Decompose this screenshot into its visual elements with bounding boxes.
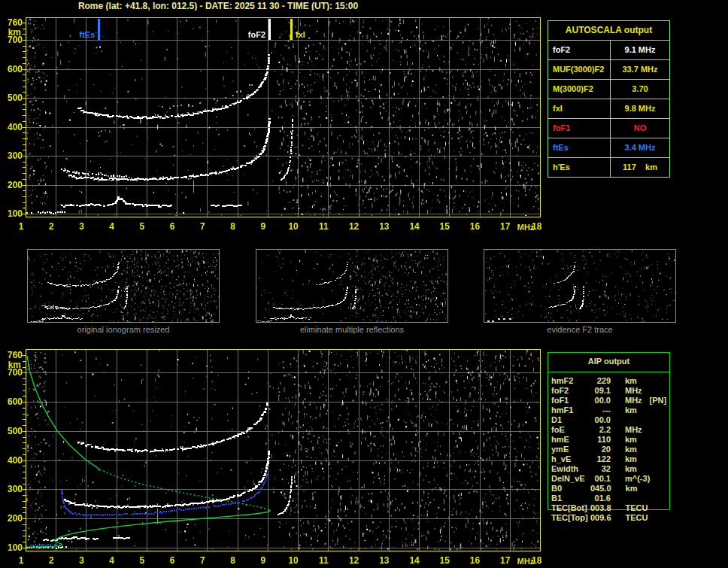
autoscala-table-title: AUTOSCALA output — [548, 20, 670, 41]
table-row: h_vE122km — [548, 454, 670, 464]
parameter-unit: km — [611, 484, 638, 494]
parameter-value: 01.6 — [590, 494, 611, 503]
autoscala-window: Rome (lat: +41.8, lon: 012.5) - DATE: 20… — [0, 0, 728, 568]
parameter-value: 110 — [590, 435, 611, 445]
parameter-value: 9.8 MHz — [610, 99, 670, 119]
table-row: MUF(3000)F233.7 MHz — [548, 59, 670, 80]
parameter-label: foF2 — [548, 386, 590, 396]
parameter-value: --- — [590, 405, 611, 415]
thumbnail-evidence-f2-trace — [484, 249, 676, 323]
table-row: TEC[Bot]003.8TECU — [548, 503, 670, 513]
parameter-label: DelN_vE — [548, 474, 590, 484]
thumbnail-original-ionogram — [27, 249, 220, 323]
parameter-value: 009.6 — [590, 513, 611, 523]
parameter-value: 122 — [590, 454, 611, 464]
parameter-label: foE — [548, 425, 590, 435]
table-row: B101.6 — [548, 494, 670, 503]
parameter-value: 117 km — [610, 157, 670, 178]
parameter-value: 00.0 — [590, 415, 611, 425]
parameter-value: 2.2 — [590, 425, 611, 435]
table-row: DelN_vE00.1m^(-3) — [548, 474, 670, 484]
parameter-label: fxI — [548, 99, 611, 119]
autoscala-table-rows: foF29.1 MHzMUF(3000)F233.7 MHzM(3000)F23… — [548, 40, 670, 178]
parameter-unit: km — [611, 435, 637, 445]
aip-table-divider — [548, 372, 670, 372]
table-row: TEC[Top]009.6TECU — [548, 513, 670, 523]
parameter-label: foF1 — [548, 396, 590, 405]
parameter-value: 33.7 MHz — [610, 59, 670, 80]
parameter-value: 003.8 — [590, 503, 611, 513]
parameter-label: hmF2 — [548, 376, 590, 386]
parameter-unit: TECU — [611, 503, 648, 513]
parameter-label: MUF(3000)F2 — [548, 59, 611, 80]
parameter-note: [PN] — [642, 396, 667, 405]
parameter-unit: TECU — [611, 513, 648, 523]
parameter-value: 3.70 — [610, 79, 670, 99]
autoscala-output-table: AUTOSCALA output foF29.1 MHzMUF(3000)F23… — [548, 20, 670, 178]
parameter-unit: km — [611, 376, 637, 386]
table-row: hmF2229km — [548, 376, 670, 386]
parameter-unit: km — [611, 454, 637, 464]
thumbnail-eliminate-reflections — [256, 249, 448, 323]
parameter-label: M(3000)F2 — [548, 79, 611, 99]
table-row: foF29.1 MHz — [548, 40, 670, 60]
parameter-label: Ewidth — [548, 464, 590, 474]
aip-table-rows: hmF2229kmfoF209.1MHzfoF100.0MHz[PN]hmF1-… — [548, 376, 670, 523]
parameter-unit: km — [611, 405, 637, 415]
table-row: foF1NO — [548, 118, 670, 138]
parameter-label: h'Es — [548, 157, 611, 178]
parameter-label: D1 — [548, 415, 590, 425]
parameter-value: 9.1 MHz — [610, 40, 670, 60]
table-row: hmE110km — [548, 435, 670, 445]
parameter-value: 3.4 MHz — [610, 138, 670, 158]
parameter-label: hmE — [548, 435, 590, 445]
parameter-label: ymE — [548, 445, 590, 454]
table-row: fxI9.8 MHz — [548, 99, 670, 119]
thumbnail-caption: evidence F2 trace — [484, 325, 676, 334]
parameter-label: B1 — [548, 494, 590, 503]
parameter-value: 09.1 — [590, 386, 611, 396]
page-title: Rome (lat: +41.8, lon: 012.5) - DATE: 20… — [26, 1, 410, 11]
parameter-value: 045.0 — [590, 484, 611, 494]
parameter-label: TEC[Bot] — [548, 503, 590, 513]
parameter-label: hmF1 — [548, 405, 590, 415]
aip-table-title: AIP output — [548, 357, 670, 366]
parameter-label: foF2 — [548, 40, 611, 60]
table-row: foE2.2MHz — [548, 425, 670, 435]
thumbnail-caption: eliminate multiple reflections — [256, 325, 448, 334]
parameter-unit: MHz — [611, 396, 642, 405]
parameter-value: 229 — [590, 376, 611, 386]
table-row: ymE20km — [548, 445, 670, 454]
thumbnail-caption: original ionogram resized — [27, 325, 220, 334]
parameter-label: h_vE — [548, 454, 590, 464]
table-row: ftEs3.4 MHz — [548, 138, 670, 158]
parameter-unit: MHz — [611, 425, 642, 435]
table-row: foF100.0MHz[PN] — [548, 396, 670, 405]
parameter-value: NO — [610, 118, 670, 138]
parameter-value: 20 — [590, 445, 611, 454]
parameter-label: B0 — [548, 484, 590, 494]
table-row: hmF1---km — [548, 405, 670, 415]
table-row: Ewidth32km — [548, 464, 670, 474]
parameter-value: 32 — [590, 464, 611, 474]
table-row: h'Es117 km — [548, 157, 670, 178]
parameter-unit: MHz — [611, 386, 642, 396]
parameter-unit: km — [611, 445, 637, 454]
parameter-label: foF1 — [548, 118, 611, 138]
parameter-value: 00.0 — [590, 396, 611, 405]
parameter-label: ftEs — [548, 138, 611, 158]
table-row: foF209.1MHz — [548, 386, 670, 396]
table-row: M(3000)F23.70 — [548, 79, 670, 99]
top-ionogram-canvas — [0, 11, 544, 236]
table-row: B0045.0km — [548, 484, 670, 494]
parameter-value: 00.1 — [590, 474, 611, 484]
bottom-ionogram-canvas — [0, 342, 544, 568]
parameter-unit: m^(-3) — [611, 474, 650, 484]
parameter-label: TEC[Top] — [548, 513, 590, 523]
parameter-unit: km — [611, 464, 637, 474]
table-row: D100.0 — [548, 415, 670, 425]
